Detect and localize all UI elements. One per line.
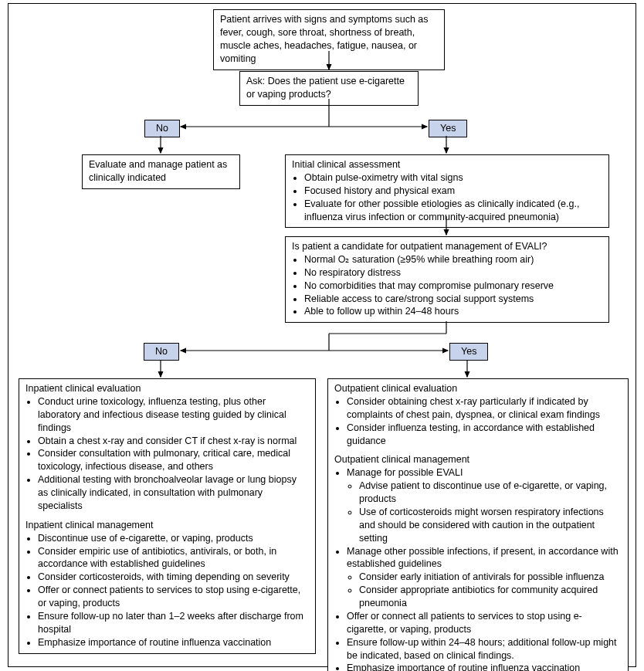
- outpatient-eval-heading: Outpatient clinical evaluation: [334, 382, 622, 395]
- inpatient-box: Inpatient clinical evaluation Conduct ur…: [19, 378, 316, 654]
- inpatient-m2: Consider empiric use of antibiotics, ant…: [38, 545, 309, 571]
- candidate-b2: No respiratory distress: [304, 266, 602, 280]
- candidate-b4: Reliable access to care/strong social su…: [304, 293, 602, 306]
- outpatient-m3: Offer or connect all patients to service…: [347, 610, 622, 636]
- candidate-bullets: Normal O₂ saturation (≥95% while breathi…: [292, 253, 602, 318]
- candidate-box: Is patient a candidate for outpatient ma…: [285, 236, 609, 323]
- outpatient-m2: Manage other possible infections, if pre…: [347, 545, 622, 610]
- initial-b2: Focused history and physical exam: [304, 185, 602, 198]
- initial-bullets: Obtain pulse-oximetry with vital signs F…: [292, 171, 602, 224]
- candidate-heading: Is patient a candidate for outpatient ma…: [292, 240, 602, 253]
- inpatient-m5: Ensure follow-up no later than 1–2 weeks…: [38, 610, 309, 636]
- outpatient-e2: Consider influenza testing, in accordanc…: [347, 422, 622, 448]
- candidate-b3: No comorbidities that may compromise pul…: [304, 280, 602, 293]
- outpatient-m2a: Consider early initiation of antivirals …: [359, 571, 622, 584]
- decision2-yes: Yes: [449, 343, 488, 361]
- start-box: Patient arrives with signs and symptoms …: [213, 9, 445, 70]
- decision2-yes-label: Yes: [461, 346, 476, 357]
- no-path-text: Evaluate and manage patient as clinicall…: [89, 159, 227, 183]
- inpatient-m4: Offer or connect patients to services to…: [38, 584, 309, 610]
- outpatient-m5: Emphasize importance of routine influenz…: [347, 662, 622, 671]
- inpatient-e1: Conduct urine toxicology, influenza test…: [38, 395, 309, 435]
- decision1-yes-label: Yes: [440, 123, 456, 134]
- inpatient-e2: Obtain a chest x-ray and consider CT if …: [38, 435, 309, 448]
- outpatient-mgmt-heading: Outpatient clinical management: [334, 453, 622, 466]
- inpatient-m6: Emphasize importance of routine influenz…: [38, 636, 309, 649]
- decision2-no-label: No: [155, 346, 168, 357]
- inpatient-m1: Discontinue use of e-cigarette, or vapin…: [38, 532, 309, 545]
- inpatient-e3: Consider consultation with pulmonary, cr…: [38, 447, 309, 473]
- ask-box: Ask: Does the patient use e-cigarette or…: [239, 71, 419, 106]
- decision2-no: No: [144, 343, 179, 361]
- inpatient-mgmt-heading: Inpatient clinical management: [25, 519, 309, 532]
- inpatient-eval-heading: Inpatient clinical evaluation: [25, 382, 309, 395]
- outpatient-box: Outpatient clinical evaluation Consider …: [327, 378, 629, 671]
- outpatient-m4: Ensure follow-up within 24–48 hours; add…: [347, 636, 622, 663]
- candidate-b5: Able to follow up within 24–48 hours: [304, 305, 602, 318]
- inpatient-m3: Consider corticosteroids, with timing de…: [38, 571, 309, 584]
- outpatient-m1a: Advise patient to discontinue use of e-c…: [359, 480, 622, 506]
- initial-heading: Initial clinical assessment: [292, 158, 602, 171]
- outpatient-e1: Consider obtaining chest x-ray particula…: [347, 395, 622, 422]
- start-text: Patient arrives with signs and symptoms …: [220, 14, 429, 64]
- initial-assessment-box: Initial clinical assessment Obtain pulse…: [285, 154, 609, 228]
- no-path-box: Evaluate and manage patient as clinicall…: [82, 154, 240, 189]
- outpatient-m2b: Consider appropriate antibiotics for com…: [359, 584, 622, 610]
- candidate-b1: Normal O₂ saturation (≥95% while breathi…: [304, 253, 602, 266]
- decision1-no-label: No: [156, 123, 168, 134]
- outpatient-mgmt-bullets: Manage for possible EVALI Advise patient…: [334, 466, 622, 671]
- decision1-yes: Yes: [429, 120, 467, 137]
- inpatient-e4: Additional testing with bronchoalveolar …: [38, 473, 309, 513]
- outpatient-m1b: Use of corticosteroids might worsen resp…: [359, 506, 622, 545]
- inpatient-mgmt-bullets: Discontinue use of e-cigarette, or vapin…: [25, 532, 309, 649]
- ask-text: Ask: Does the patient use e-cigarette or…: [246, 76, 405, 100]
- initial-b1: Obtain pulse-oximetry with vital signs: [304, 171, 602, 185]
- initial-b3: Evaluate for other possible etiologies a…: [304, 198, 602, 224]
- decision1-no: No: [144, 120, 180, 137]
- inpatient-eval-bullets: Conduct urine toxicology, influenza test…: [25, 395, 309, 513]
- outpatient-eval-bullets: Consider obtaining chest x-ray particula…: [334, 395, 622, 448]
- outpatient-m1: Manage for possible EVALI Advise patient…: [347, 466, 622, 544]
